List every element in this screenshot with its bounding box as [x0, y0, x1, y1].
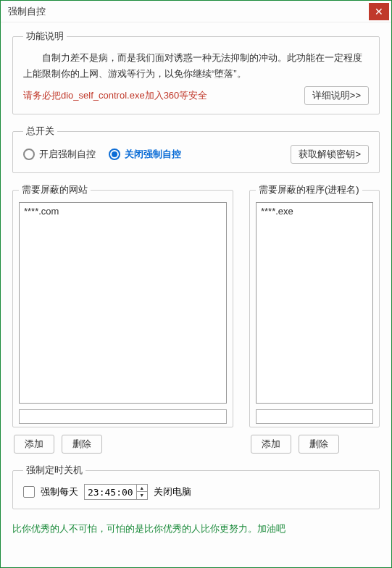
- chevron-up-icon[interactable]: ▲: [137, 485, 147, 492]
- titlebar[interactable]: 强制自控 ✕: [1, 1, 391, 22]
- procs-column: 需要屏蔽的程序(进程名) ****.exe 添加 删除: [249, 183, 380, 454]
- sites-group: 需要屏蔽的网站 ****.com: [12, 183, 233, 427]
- radio-icon: [109, 149, 120, 160]
- radio-enable[interactable]: 开启强制自控: [23, 148, 96, 161]
- shutdown-legend: 强制定时关机: [23, 464, 86, 477]
- radio-icon: [23, 149, 35, 160]
- spinner-arrows: ▲ ▼: [136, 485, 147, 499]
- radio-enable-label: 开启强制自控: [39, 148, 96, 161]
- sites-delete-button[interactable]: 删除: [62, 435, 102, 454]
- procs-buttons: 添加 删除: [249, 435, 380, 454]
- list-item[interactable]: ****.exe: [261, 206, 368, 217]
- procs-group: 需要屏蔽的程序(进程名) ****.exe: [249, 183, 380, 427]
- shutdown-suffix: 关闭电脑: [154, 485, 191, 498]
- sites-legend: 需要屏蔽的网站: [19, 183, 91, 196]
- warning-row: 请务必把dio_self_control.exe加入360等安全 详细说明>>: [23, 86, 369, 105]
- shutdown-time-value[interactable]: 23:45:00: [85, 487, 136, 498]
- procs-delete-button[interactable]: 删除: [299, 435, 339, 454]
- shutdown-row: 强制每天 23:45:00 ▲ ▼ 关闭电脑: [23, 484, 369, 500]
- close-icon: ✕: [375, 7, 383, 17]
- radio-disable[interactable]: 关闭强制自控: [109, 148, 181, 161]
- shutdown-group: 强制定时关机 强制每天 23:45:00 ▲ ▼ 关闭电脑: [12, 464, 380, 509]
- procs-legend: 需要屏蔽的程序(进程名): [256, 183, 362, 196]
- description-group: 功能说明 自制力差不是病，而是我们面对诱惑一种无法抑制的冲动。此功能在一定程度上…: [12, 30, 380, 114]
- content-area: 功能说明 自制力差不是病，而是我们面对诱惑一种无法抑制的冲动。此功能在一定程度上…: [1, 22, 391, 509]
- master-switch-group: 总开关 开启强制自控 关闭强制自控 获取解锁密钥>: [12, 125, 380, 173]
- list-item[interactable]: ****.com: [24, 206, 222, 217]
- shutdown-checkbox[interactable]: [23, 486, 35, 498]
- window-frame: 强制自控 ✕ 功能说明 自制力差不是病，而是我们面对诱惑一种无法抑制的冲动。此功…: [0, 0, 392, 568]
- radio-disable-label: 关闭强制自控: [125, 148, 181, 161]
- footer-quote: 比你优秀的人不可怕，可怕的是比你优秀的人比你更努力。加油吧: [1, 519, 391, 535]
- procs-list[interactable]: ****.exe: [256, 202, 373, 404]
- procs-input[interactable]: [256, 409, 373, 424]
- chevron-down-icon[interactable]: ▼: [137, 492, 147, 499]
- sites-column: 需要屏蔽的网站 ****.com 添加 删除: [12, 183, 233, 454]
- detail-button[interactable]: 详细说明>>: [304, 86, 369, 105]
- sites-add-button[interactable]: 添加: [14, 435, 54, 454]
- procs-add-button[interactable]: 添加: [251, 435, 291, 454]
- master-row: 开启强制自控 关闭强制自控 获取解锁密钥>: [23, 145, 369, 164]
- description-legend: 功能说明: [23, 30, 67, 43]
- sites-input[interactable]: [19, 409, 227, 424]
- warning-text: 请务必把dio_self_control.exe加入360等安全: [23, 89, 304, 102]
- master-legend: 总开关: [23, 125, 57, 138]
- description-text: 自制力差不是病，而是我们面对诱惑一种无法抑制的冲动。此功能在一定程度上能限制你的…: [23, 50, 369, 82]
- sites-list[interactable]: ****.com: [19, 202, 227, 404]
- sites-buttons: 添加 删除: [12, 435, 233, 454]
- shutdown-time-spinner[interactable]: 23:45:00 ▲ ▼: [84, 484, 148, 500]
- unlock-key-button[interactable]: 获取解锁密钥>: [291, 145, 369, 164]
- lists-row: 需要屏蔽的网站 ****.com 添加 删除 需要屏蔽的程序(进程名) ****…: [12, 183, 380, 454]
- window-title: 强制自控: [8, 5, 46, 18]
- shutdown-prefix: 强制每天: [41, 485, 78, 498]
- close-button[interactable]: ✕: [369, 3, 389, 20]
